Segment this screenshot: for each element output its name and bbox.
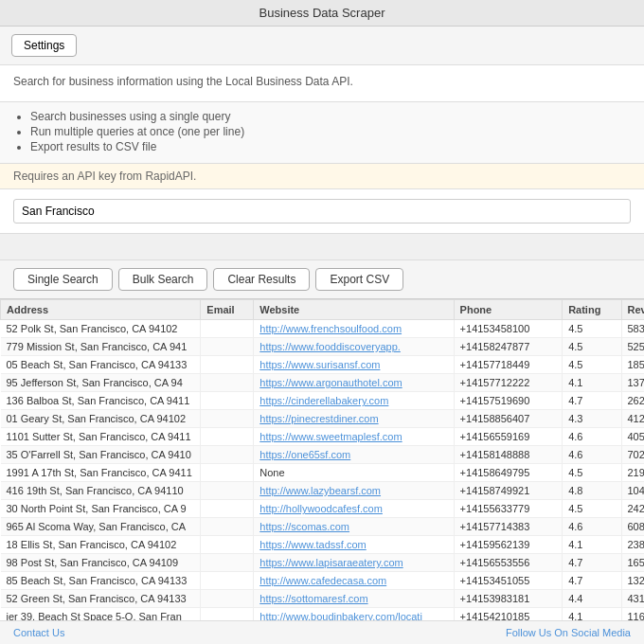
spacer xyxy=(0,234,644,260)
table-cell: +14158148888 xyxy=(454,446,563,464)
table-cell xyxy=(201,482,254,500)
top-bar: Settings xyxy=(0,27,644,65)
table-cell xyxy=(201,572,254,590)
feature-item-1: Search businesses using a single query xyxy=(30,110,631,123)
table-cell xyxy=(201,518,254,536)
table-cell: http://www.cafedecasa.com xyxy=(254,572,454,590)
table-cell: 01 Geary St, San Francisco, CA 94102 xyxy=(1,410,201,428)
table-cell: 5253 xyxy=(621,338,644,356)
settings-button[interactable]: Settings xyxy=(11,34,77,57)
description-text: Search for business information using th… xyxy=(13,75,631,88)
table-cell: +14157712222 xyxy=(454,374,563,392)
table-cell: http://www.frenchsoulfood.com xyxy=(254,320,454,338)
table-cell: +14154210185 xyxy=(454,608,563,621)
table-cell: 4.5 xyxy=(563,320,621,338)
footer: Contact Us Follow Us On Social Media xyxy=(0,620,644,644)
table-cell: https://www.tadssf.com xyxy=(254,536,454,554)
table-cell: 1376 xyxy=(621,374,644,392)
features-list: Search businesses using a single query R… xyxy=(13,110,631,153)
table-cell: 4122 xyxy=(621,410,644,428)
search-area xyxy=(0,189,644,234)
table-row: 1991 A 17th St, San Francisco, CA 9411No… xyxy=(1,464,645,482)
table-cell: 965 Al Scoma Way, San Francisco, CA xyxy=(1,518,201,536)
table-cell xyxy=(201,338,254,356)
table-cell: 2199 xyxy=(621,464,644,482)
table-cell: 95 Jefferson St, San Francisco, CA 94 xyxy=(1,374,201,392)
table-cell: https://www.surisansf.com xyxy=(254,356,454,374)
table-cell: https://scomas.com xyxy=(254,518,454,536)
table-cell: 1320 xyxy=(621,572,644,590)
table-cell: https://www.sweetmaplesf.com xyxy=(254,428,454,446)
table-row: ier 39, Beach St Space 5-Q, San Franhttp… xyxy=(1,608,645,621)
table-cell: +14158749921 xyxy=(454,482,563,500)
table-cell: ier 39, Beach St Space 5-Q, San Fran xyxy=(1,608,201,621)
table-cell: 98 Post St, San Francisco, CA 94109 xyxy=(1,554,201,572)
table-cell: 18 Ellis St, San Francisco, CA 94102 xyxy=(1,536,201,554)
table-cell xyxy=(201,536,254,554)
column-header: Rating xyxy=(563,300,621,320)
table-cell xyxy=(201,590,254,608)
table-row: 30 North Point St, San Francisco, CA 9ht… xyxy=(1,500,645,518)
table-cell xyxy=(201,500,254,518)
table-cell xyxy=(201,410,254,428)
table-cell: +14153458100 xyxy=(454,320,563,338)
table-cell: https://www.lapisaraeatery.com xyxy=(254,554,454,572)
table-cell: 4.5 xyxy=(563,464,621,482)
table-cell: https://one65sf.com xyxy=(254,446,454,464)
single-search-button[interactable]: Single Search xyxy=(13,268,113,291)
table-cell: +14158856407 xyxy=(454,410,563,428)
table-row: 05 Beach St, San Francisco, CA 94133http… xyxy=(1,356,645,374)
contact-link[interactable]: Contact Us xyxy=(13,627,64,638)
results-table: AddressEmailWebsitePhoneRatingReview Cou… xyxy=(0,299,644,620)
table-cell: +14153983181 xyxy=(454,590,563,608)
table-cell: +14157519690 xyxy=(454,392,563,410)
table-body: 52 Polk St, San Francisco, CA 94102http:… xyxy=(1,320,645,621)
table-cell: https://www.argonauthotel.com xyxy=(254,374,454,392)
table-cell: 779 Mission St, San Francisco, CA 941 xyxy=(1,338,201,356)
table-row: 95 Jefferson St, San Francisco, CA 94htt… xyxy=(1,374,645,392)
table-cell: 30 North Point St, San Francisco, CA 9 xyxy=(1,500,201,518)
clear-results-button[interactable]: Clear Results xyxy=(213,268,310,291)
table-cell: 4.6 xyxy=(563,518,621,536)
table-cell: 2627 xyxy=(621,392,644,410)
table-row: 01 Geary St, San Francisco, CA 94102http… xyxy=(1,410,645,428)
table-row: 52 Green St, San Francisco, CA 94133http… xyxy=(1,590,645,608)
table-cell: +14159562139 xyxy=(454,536,563,554)
table-cell xyxy=(201,446,254,464)
table-cell xyxy=(201,374,254,392)
title-bar: Business Data Scraper xyxy=(0,0,644,27)
table-cell: 2420 xyxy=(621,500,644,518)
table-cell: 4.1 xyxy=(563,608,621,621)
search-input[interactable] xyxy=(13,199,631,224)
column-header: Website xyxy=(254,300,454,320)
table-cell: 4312 xyxy=(621,590,644,608)
table-cell: +14155633779 xyxy=(454,500,563,518)
table-cell: 4052 xyxy=(621,428,644,446)
features-section: Search businesses using a single query R… xyxy=(0,102,644,164)
column-header: Phone xyxy=(454,300,563,320)
export-csv-button[interactable]: Export CSV xyxy=(315,268,403,291)
table-cell: 702 xyxy=(621,446,644,464)
description-area: Search for business information using th… xyxy=(0,65,644,102)
column-header: Address xyxy=(1,300,201,320)
table-cell: 52 Green St, San Francisco, CA 94133 xyxy=(1,590,201,608)
table-row: 965 Al Scoma Way, San Francisco, CAhttps… xyxy=(1,518,645,536)
table-cell: None xyxy=(254,464,454,482)
table-row: 136 Balboa St, San Francisco, CA 9411htt… xyxy=(1,392,645,410)
table-cell: 1991 A 17th St, San Francisco, CA 9411 xyxy=(1,464,201,482)
table-cell: 1653 xyxy=(621,554,644,572)
column-header: Email xyxy=(201,300,254,320)
table-cell: 1101 Sutter St, San Francisco, CA 9411 xyxy=(1,428,201,446)
table-cell xyxy=(201,464,254,482)
api-note: Requires an API key from RapidAPI. xyxy=(0,164,644,189)
table-cell: 85 Beach St, San Francisco, CA 94133 xyxy=(1,572,201,590)
column-header: Review Count xyxy=(621,300,644,320)
bulk-search-button[interactable]: Bulk Search xyxy=(118,268,208,291)
table-cell: http://hollywoodcafesf.com xyxy=(254,500,454,518)
table-cell: 6089 xyxy=(621,518,644,536)
social-link[interactable]: Follow Us On Social Media xyxy=(506,627,631,638)
results-container: AddressEmailWebsitePhoneRatingReview Cou… xyxy=(0,299,644,620)
table-cell: 4.8 xyxy=(563,482,621,500)
table-cell: +14156559169 xyxy=(454,428,563,446)
table-cell: 4.5 xyxy=(563,338,621,356)
